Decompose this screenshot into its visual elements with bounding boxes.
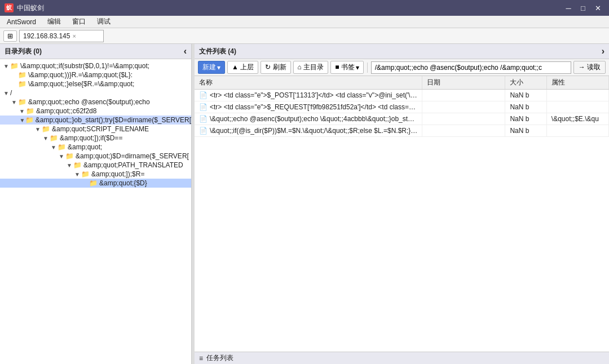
file-name-cell: 📄<tr> <td class="e">$_REQUEST['f9fb98251… bbox=[195, 101, 422, 113]
titlebar-left: 蚁 中国蚁剑 bbox=[5, 3, 44, 13]
file-size-cell: NaN b bbox=[505, 90, 546, 101]
folder-icon: 📁 bbox=[25, 116, 34, 124]
file-name-label: <tr> <td class="e">$_REQUEST['f9fb98251f… bbox=[210, 103, 422, 111]
tree-node-label: \&amp;quot;;if(substr($D,0,1)!=\&amp;quo… bbox=[20, 62, 149, 70]
new-button[interactable]: 新建 ▾ bbox=[198, 61, 225, 74]
refresh-label: ↻ 刷新 bbox=[265, 63, 286, 72]
minimize-button[interactable]: ─ bbox=[562, 2, 575, 14]
tree-node[interactable]: ▼📁&amp;quot;PATH_TRANSLATED bbox=[0, 161, 191, 170]
address-tab[interactable]: 192.168.83.145 × bbox=[19, 30, 104, 42]
tree-node[interactable]: ▼📁&amp;quot;;echo @asenc($output);echo bbox=[0, 97, 191, 106]
tree-node-label: \&amp;quot;))}R.=\&amp;quot;{$L}: bbox=[28, 71, 133, 79]
folder-icon: 📁 bbox=[81, 170, 90, 178]
left-panel: 目录列表 (0) ‹ ▼📁\&amp;quot;;if(substr($D,0,… bbox=[0, 44, 192, 364]
tree-node-label: &amp;quot;]);$R= bbox=[91, 170, 144, 178]
tree-node[interactable]: ▼/ bbox=[0, 88, 191, 97]
tree-node[interactable]: 📁\&amp;quot;;}else{$R.=\&amp;quot; bbox=[0, 79, 191, 88]
bookmark-dropdown-icon: ▾ bbox=[356, 64, 359, 72]
tree-toggle-icon[interactable]: ▼ bbox=[2, 63, 10, 69]
path-input[interactable] bbox=[371, 61, 571, 74]
tree-node[interactable]: 📁\&amp;quot;))}R.=\&amp;quot;{$L}: bbox=[0, 70, 191, 79]
tree-toggle-icon[interactable]: ▼ bbox=[18, 108, 26, 114]
new-dropdown-icon: ▾ bbox=[217, 64, 220, 72]
right-toolbar: 新建 ▾ ▲ 上层 ↻ 刷新 ⌂ 主目录 ■ 书签 ▾ → 读取 bbox=[195, 59, 609, 76]
tree-toggle-icon[interactable]: ▼ bbox=[10, 99, 18, 105]
tab-close-icon[interactable]: × bbox=[72, 33, 76, 39]
tree-node[interactable]: 📁&amp;quot;{$D} bbox=[0, 179, 191, 188]
home-label: ⌂ 主目录 bbox=[298, 63, 324, 72]
tree-node-label: &amp;quot;]);if($D== bbox=[60, 134, 122, 142]
table-row[interactable]: 📄<tr> <td class="e">$_REQUEST['f9fb98251… bbox=[195, 101, 609, 113]
left-panel-header: 目录列表 (0) ‹ bbox=[0, 44, 191, 59]
tree-node-label: &amp;quot;;echo @asenc($output);echo bbox=[28, 98, 150, 106]
col-header-date[interactable]: 日期 bbox=[422, 76, 505, 90]
tree-node[interactable]: ▼📁&amp;quot;)$D=dirname($_SERVER[ bbox=[0, 152, 191, 161]
menu-antsword[interactable]: AntSword bbox=[2, 17, 41, 27]
tree-toggle-icon[interactable]: ▼ bbox=[58, 153, 65, 159]
right-panel-expand-icon[interactable]: › bbox=[602, 46, 604, 56]
tree-node-label: / bbox=[10, 89, 12, 97]
bookmark-button[interactable]: ■ 书签 ▾ bbox=[330, 61, 364, 74]
file-name-cell: 📄\&quot;;echo @asenc($output);echo \&quo… bbox=[195, 113, 422, 125]
tree-toggle-icon[interactable]: ▼ bbox=[73, 171, 81, 177]
file-icon: 📄 bbox=[199, 127, 208, 135]
menubar: AntSword 编辑 窗口 调试 bbox=[0, 16, 609, 28]
file-table-body: 📄<tr> <td class="e">$_POST['11313']</td>… bbox=[195, 90, 609, 137]
tree-toggle-icon[interactable]: ▼ bbox=[50, 144, 58, 150]
file-table: 名称 日期 大小 属性 📄<tr> <td class=" bbox=[195, 76, 609, 352]
folder-icon: 📁 bbox=[18, 98, 27, 106]
tree-node[interactable]: ▼📁&amp;quot;;}ob_start();try{$D=dirname(… bbox=[0, 116, 191, 125]
new-label: 新建 bbox=[202, 63, 216, 72]
tree-node[interactable]: ▼📁&amp;quot; bbox=[0, 143, 191, 152]
tree-node-label: &amp;quot;SCRIPT_FILENAME bbox=[52, 125, 149, 133]
tree-toggle-icon[interactable]: ▼ bbox=[2, 90, 10, 96]
file-date-cell bbox=[422, 113, 505, 125]
tree-node[interactable]: ▼📁\&amp;quot;;if(substr($D,0,1)!=\&amp;q… bbox=[0, 61, 191, 70]
tree-toggle-icon[interactable]: ▼ bbox=[65, 162, 73, 168]
file-date-cell bbox=[422, 90, 505, 101]
resize-handle[interactable] bbox=[192, 44, 195, 364]
folder-icon: 📁 bbox=[18, 80, 27, 88]
file-name-label: \&quot;;if(@is_dir($P))$M.=$N.\&quot;/\&… bbox=[210, 127, 422, 135]
left-tree: ▼📁\&amp;quot;;if(substr($D,0,1)!=\&amp;q… bbox=[0, 59, 191, 364]
table-row[interactable]: 📄\&quot;;echo @asenc($output);echo \&quo… bbox=[195, 113, 609, 125]
maximize-button[interactable]: □ bbox=[576, 2, 590, 14]
bookmark-label: ■ 书签 bbox=[335, 63, 355, 72]
folder-icon: 📁 bbox=[26, 107, 34, 115]
table-header: 名称 日期 大小 属性 bbox=[195, 76, 609, 90]
left-panel-collapse-icon[interactable]: ‹ bbox=[184, 46, 187, 56]
toolbar: ⊞ 192.168.83.145 × bbox=[0, 28, 609, 44]
tree-node[interactable]: ▼📁&amp;quot;;c62f2d8 bbox=[0, 106, 191, 116]
read-button[interactable]: → 读取 bbox=[573, 61, 606, 74]
tree-node[interactable]: ▼📁&amp;quot;]);if($D== bbox=[0, 134, 191, 143]
menu-debug[interactable]: 调试 bbox=[92, 16, 115, 28]
tree-toggle-icon[interactable]: ▼ bbox=[34, 126, 42, 132]
col-header-attr[interactable]: 属性 bbox=[546, 76, 608, 90]
menu-edit[interactable]: 编辑 bbox=[43, 16, 65, 28]
up-label: ▲ 上层 bbox=[232, 63, 254, 72]
app-title: 中国蚁剑 bbox=[17, 3, 44, 13]
table-row[interactable]: 📄<tr> <td class="e">$_POST['11313']</td>… bbox=[195, 90, 609, 101]
col-header-size[interactable]: 大小 bbox=[505, 76, 546, 90]
home-button[interactable]: ⌂ 主目录 bbox=[293, 61, 329, 74]
tree-node-label: &amp;quot;;c62f2d8 bbox=[36, 107, 96, 115]
close-button[interactable]: ✕ bbox=[591, 2, 604, 14]
titlebar-controls: ─ □ ✕ bbox=[562, 2, 604, 14]
up-button[interactable]: ▲ 上层 bbox=[227, 61, 258, 74]
tree-node[interactable]: ▼📁&amp;quot;SCRIPT_FILENAME bbox=[0, 125, 191, 134]
file-attr-cell bbox=[546, 101, 608, 113]
table-row[interactable]: 📄\&quot;;if(@is_dir($P))$M.=$N.\&quot;/\… bbox=[195, 125, 609, 137]
file-date-cell bbox=[422, 125, 505, 137]
file-name-label: <tr> <td class="e">$_POST['11313']</td> … bbox=[210, 91, 422, 99]
refresh-button[interactable]: ↻ 刷新 bbox=[261, 61, 290, 74]
file-name-cell: 📄<tr> <td class="e">$_POST['11313']</td>… bbox=[195, 90, 422, 101]
tree-node-label: &amp;quot;{$D} bbox=[99, 179, 147, 187]
grid-view-button[interactable]: ⊞ bbox=[3, 30, 17, 42]
folder-icon: 📁 bbox=[18, 71, 27, 79]
tree-node-label: &amp;quot;;}ob_start();try{$D=dirname($_… bbox=[36, 116, 191, 124]
menu-window[interactable]: 窗口 bbox=[68, 16, 90, 28]
tree-toggle-icon[interactable]: ▼ bbox=[42, 135, 50, 141]
tree-toggle-icon[interactable]: ▼ bbox=[19, 117, 25, 123]
col-header-name[interactable]: 名称 bbox=[195, 76, 422, 90]
tree-node[interactable]: ▼📁&amp;quot;]);$R= bbox=[0, 170, 191, 179]
